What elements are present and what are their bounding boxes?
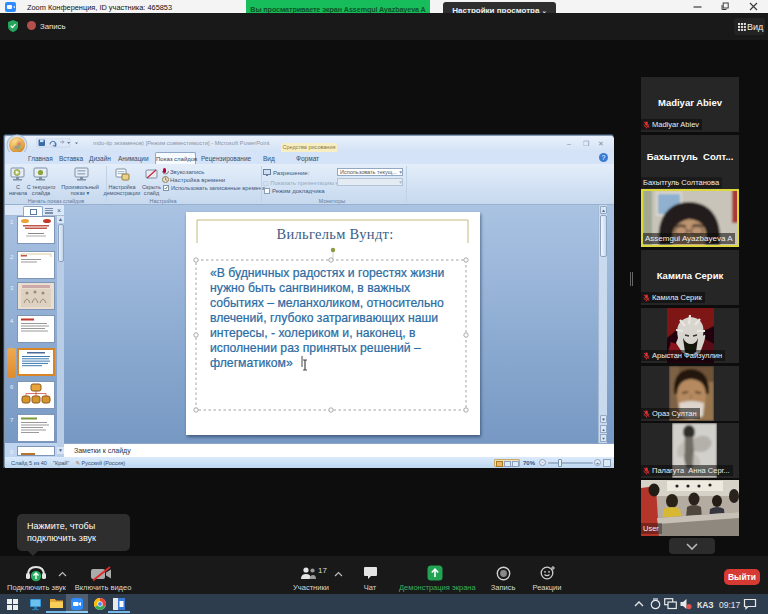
svg-text:Вильгельм Вундт:: Вильгельм Вундт: xyxy=(276,226,393,242)
svg-text:«В будничных радостях и горест: «В будничных радостях и горестях жизни н… xyxy=(210,266,448,370)
